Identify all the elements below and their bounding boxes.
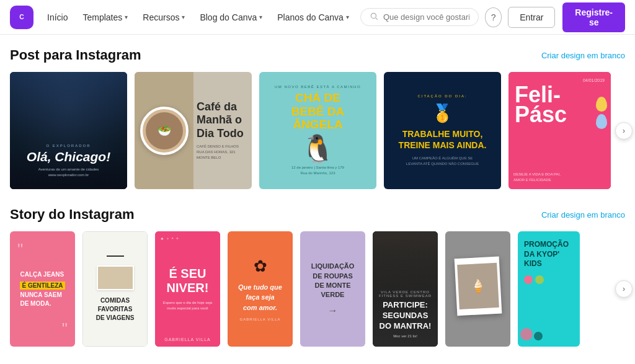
post-card-5[interactable]: 04/01/2019 Feli-Pásc DESEJE A VIDA E BOA… — [508, 72, 611, 189]
search-box — [360, 8, 479, 26]
chevron-down-icon: ▾ — [259, 14, 262, 20]
story-card-5[interactable]: LIQUIDAÇÃODE ROUPASDE MONTEVERDE → — [300, 231, 365, 347]
st2-title: COMIDASFAVORITASDE VIAGENS — [96, 296, 135, 322]
carousel-next-button[interactable]: › — [615, 122, 633, 140]
pi4-medal: 🥇 — [432, 103, 453, 123]
navbar: C Início Templates ▾ Recursos ▾ Blog do … — [0, 0, 635, 35]
st5-big-text: LIQUIDAÇÃODE ROUPASDE MONTEVERDE — [311, 262, 355, 300]
chevron-down-icon: ▾ — [182, 14, 185, 20]
st1-text-2: NUNCA SAEMDE MODA. — [20, 291, 64, 308]
story-card-3[interactable]: ✦✦ ✦✦ É SEUNIVER! Espero que o dia de ho… — [155, 231, 220, 347]
st6-sub: Moc ver 21 lix! — [393, 334, 417, 338]
post-instagram-section-header: Post para Instagram Criar design em bran… — [10, 47, 625, 63]
post-card-4[interactable]: CITAÇÃO DO DIA: 🥇 TRABALHE MUITO,TREINE … — [384, 72, 501, 189]
st3-sub: Espero que o dia de hoje sejamuito espec… — [163, 300, 212, 311]
svg-line-3 — [376, 18, 378, 20]
story-card-6[interactable]: Vila Verde CentroFitness e Swimwear PART… — [373, 231, 438, 347]
svg-text:C: C — [19, 14, 24, 20]
st3-name: GABRIELLA VILLA — [155, 337, 220, 342]
story-instagram-carousel: " CALÇA JEANS É GENTILEZA NUNCA SAEMDE M… — [10, 231, 625, 347]
pi3-small-top: UM NOVO BEBÊ ESTÁ A CAMINHO — [275, 85, 361, 89]
login-button[interactable]: Entrar — [508, 7, 555, 28]
post-instagram-title: Post para Instagram — [10, 47, 141, 63]
pi3-title: CHÁ DEBEBÊ DAÂNGELA — [291, 91, 345, 132]
criar-design-link-post[interactable]: Criar design em branco — [541, 51, 625, 60]
chevron-down-icon: ▾ — [125, 14, 128, 20]
story-card-4[interactable]: ✿ Que tudo quefaça sejacom amor. GABRIEL… — [228, 231, 293, 347]
pi1-sub: Aventuras de um amante de cidadeswww.oex… — [38, 167, 99, 178]
st4-flower: ✿ — [254, 257, 267, 276]
story-card-1[interactable]: " CALÇA JEANS É GENTILEZA NUNCA SAEMDE M… — [10, 231, 75, 347]
st1-highlight: É GENTILEZA — [20, 282, 64, 290]
svg-point-2 — [371, 13, 376, 18]
canva-logo[interactable]: C — [10, 6, 33, 29]
pi2-title: Café daManhã oDia Todo — [197, 100, 244, 141]
st5-arrow: → — [328, 305, 338, 316]
story-instagram-title: Story do Instagram — [10, 206, 134, 223]
story-card-8[interactable]: PROMOÇÃODA KYOP'KIDS — [518, 231, 580, 347]
st1-quote-bot: " — [62, 321, 68, 337]
nav-templates[interactable]: Templates ▾ — [76, 9, 134, 26]
pi4-bottom: UM CAMPEÃO É ALGUÉM QUE SELEVANTA ATÉ QU… — [406, 156, 479, 167]
st6-big-text: PARTICIPE:SEGUNDASDO MANTRA! — [380, 300, 432, 332]
pi1-title: Olá, Chicago! — [27, 150, 110, 163]
chevron-down-icon: ▾ — [346, 14, 349, 20]
story-instagram-section-header: Story do Instagram Criar design em branc… — [10, 206, 625, 223]
post-instagram-cards-row: O EXPLORADOR Olá, Chicago! Aventuras de … — [10, 72, 625, 189]
st6-venue: Vila Verde CentroFitness e Swimwear — [379, 290, 432, 298]
register-button[interactable]: Registre-se — [562, 2, 625, 32]
st8-big-text: PROMOÇÃODA KYOP'KIDS — [524, 240, 569, 269]
search-input[interactable] — [383, 12, 469, 22]
pi4-big-text: TRABALHE MUITO,TREINE MAIS AINDA. — [399, 128, 487, 151]
nav-inicio[interactable]: Início — [41, 9, 74, 26]
pi5-sub: DESEJE A VIDA E BOA PAI,AMOR E FELICIDAD… — [513, 172, 606, 183]
post-instagram-carousel: O EXPLORADOR Olá, Chicago! Aventuras de … — [10, 72, 625, 189]
post-card-3[interactable]: UM NOVO BEBÊ ESTÁ A CAMINHO CHÁ DEBEBÊ D… — [259, 72, 376, 189]
search-icon — [370, 12, 378, 22]
pi2-sub: CAFÉ DENSO E FILHOSRUA DAS HORAS, 321MON… — [197, 144, 239, 161]
pi1-tag: O EXPLORADOR — [46, 144, 91, 148]
nav-blog[interactable]: Blog do Canva ▾ — [193, 9, 269, 26]
story-carousel-next-button[interactable]: › — [615, 280, 633, 298]
story-instagram-cards-row: " CALÇA JEANS É GENTILEZA NUNCA SAEMDE M… — [10, 231, 625, 347]
st4-text: Que tudo quefaça sejacom amor. — [238, 282, 282, 313]
st1-text-1: CALÇA JEANS — [20, 270, 64, 279]
help-button[interactable]: ? — [485, 7, 502, 27]
nav-recursos[interactable]: Recursos ▾ — [136, 9, 191, 26]
pi4-day-label: CITAÇÃO DO DIA: — [417, 94, 467, 98]
post-card-2[interactable]: 🥗 Café daManhã oDia Todo CAFÉ DENSO E FI… — [135, 72, 252, 189]
st4-sub: GABRIELLA VILLA — [239, 317, 280, 321]
st1-quote-top: " — [17, 241, 23, 257]
story-card-2[interactable]: COMIDASFAVORITASDE VIAGENS — [82, 231, 148, 347]
nav-planos[interactable]: Planos do Canva ▾ — [271, 9, 355, 26]
st2-top-lines — [107, 255, 124, 257]
pi5-big-text: Feli-Pásc — [515, 85, 605, 125]
story-card-7[interactable]: 🍦 — [445, 231, 510, 347]
pi3-penguin: 🐧 — [301, 135, 335, 162]
pi3-bottom: 12 de janeiro | Santa-Ilma y 179Rua do M… — [291, 165, 344, 176]
st3-big-text: É SEUNIVER! — [167, 267, 209, 295]
criar-design-link-story[interactable]: Criar design em branco — [541, 210, 625, 220]
post-card-1[interactable]: O EXPLORADOR Olá, Chicago! Aventuras de … — [10, 72, 127, 189]
